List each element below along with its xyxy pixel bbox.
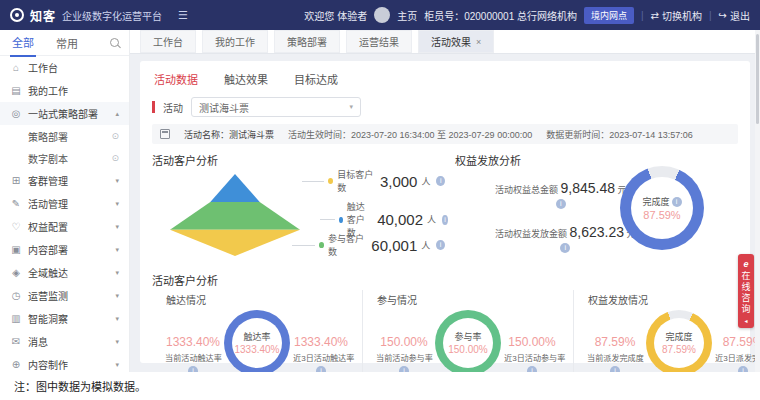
current-participation-rate: 150.00% 当前活动参与率 i [373,335,435,372]
note-row: 注：图中数据为模拟数据。 [0,372,760,400]
tab-strategy-deploy[interactable]: 策略部署 [274,30,340,53]
vertical-scrollbar[interactable] [755,30,760,372]
stat-label: 活动权益发放金额 [495,229,570,239]
section-title: 权益发放情况 [588,292,760,307]
metric-sections: 触达情况 1333.40% 当前活动触达率 i 触达率 [152,290,738,372]
chevron-down-icon: ▾ [115,292,119,300]
chevron-down-icon: ▾ [115,200,119,208]
legend-value: 60,001 [371,237,417,254]
legend-value: 3,000 [380,173,418,190]
target-icon: ◎ [10,108,22,119]
scrollbar-thumb[interactable] [756,34,759,124]
info-icon[interactable]: i [436,176,445,186]
info-icon[interactable]: i [188,366,198,372]
logout-button[interactable]: ↪ 退出 [719,8,750,23]
sidebar-item-label: 全域触达 [28,265,68,280]
sidebar-item-activity-mgmt[interactable]: ✎ 活动管理 ▾ [0,192,129,215]
legend-dot [339,217,343,223]
navbar-left: 知客 企业级数字化运营平台 ☰ [10,7,188,24]
switch-org-button[interactable]: ⇄ 切换机构 [651,8,702,23]
chevron-down-icon: ▾ [115,269,119,277]
sidebar-item-insight[interactable]: ▥ 智能洞察 ▾ [0,307,129,330]
sidebar-item-messages[interactable]: ✉ 消息 ▾ [0,330,129,353]
sidebar-item-content-deploy[interactable]: ▣ 内容部署 ▾ [0,238,129,261]
sub-tabs: 活动数据 触达效果 目标达成 [152,67,738,95]
switch-org-label: 切换机构 [662,8,702,23]
info-icon[interactable]: i [436,240,445,250]
branch-badge[interactable]: 境内网点 [584,7,634,24]
sidebar: 全部 常用 ⌂ 工作台 ▤ 我的工作 ◎ 一站式策略部署 ▴ [0,30,130,372]
sidebar-subitem-label: 策略部署 [28,129,68,144]
home-icon: ⌂ [10,62,22,73]
info-icon[interactable]: i [738,366,748,372]
subtab-reach-effect[interactable]: 触达效果 [224,71,268,87]
info-icon[interactable]: i [316,366,326,372]
donut-label: 参与率 [454,330,481,343]
sidebar-tab-frequent[interactable]: 常用 [54,30,80,56]
sidebar-item-label: 活动管理 [28,196,68,211]
info-icon[interactable]: i [527,366,537,372]
consult-logo-icon: e [743,259,748,269]
section-title: 参与情况 [377,292,567,307]
sidebar-item-workbench[interactable]: ⌂ 工作台 [0,56,129,79]
gear-icon[interactable]: ⊙ [111,153,119,163]
close-icon[interactable]: × [476,37,481,47]
recent-reach-rate: 1333.40% 近3日活动触达率 i [290,335,352,372]
sidebar-item-customer-groups[interactable]: ⊞ 客群管理 ▾ [0,169,129,192]
donut-value: 87.59% [643,209,680,221]
chevron-down-icon: ▾ [115,361,119,369]
tab-activity-effect[interactable]: 活动效果 × [418,30,494,53]
sidebar-item-label: 权益配置 [28,219,68,234]
legend-connector [302,181,324,182]
legend-unit: 人 [421,175,430,188]
sidebar-item-my-work[interactable]: ▤ 我的工作 [0,79,129,102]
info-icon[interactable]: i [672,197,682,207]
chevron-down-icon: ▾ [115,177,119,185]
completion-rate-donut-chart: 完成度 87.59% [646,310,712,373]
brand-logo-icon [10,8,24,22]
donut-value: 87.59% [662,344,696,355]
tab-workbench[interactable]: 工作台 [140,30,196,53]
chevron-down-icon: ▾ [349,103,353,111]
simulated-data-note: 注：图中数据为模拟数据。 [14,378,146,394]
subtab-activity-data[interactable]: 活动数据 [154,71,198,87]
sidebar-item-ops-monitor[interactable]: ◷ 运营监测 ▾ [0,284,129,307]
sidebar-tab-all[interactable]: 全部 [10,30,36,57]
sidebar-item-content-create[interactable]: ⊕ 内容制作 ▾ [0,353,129,372]
customer-funnel-chart [170,174,300,256]
legend-connector [292,245,315,246]
info-icon[interactable]: i [560,243,570,253]
sidebar-item-strategy-deploy[interactable]: ◎ 一站式策略部署 ▴ [0,102,129,125]
info-icon[interactable]: i [399,366,409,372]
activity-effect-card: 活动数据 触达效果 目标达成 活动 测试海斗票 ▾ 活动名称：测试海斗票 活动生… [140,61,750,363]
online-consult-button[interactable]: e 在线咨询 ◂ [738,254,754,328]
sidebar-item-label: 一站式策略部署 [28,106,98,121]
platform-subtitle: 企业级数字化运营平台 [62,8,162,23]
search-icon[interactable] [110,38,119,47]
sidebar-item-omni-reach[interactable]: ◈ 全域触达 ▾ [0,261,129,284]
tab-my-work[interactable]: 我的工作 [202,30,268,53]
customer-analysis-bottom-panel: 活动客户分析 触达情况 1333.40% 当前活动触达率 i [152,272,738,372]
tab-label: 活动效果 [431,34,471,49]
collapse-menu-icon[interactable]: ☰ [178,9,188,22]
sidebar-item-label: 工作台 [28,60,58,75]
heart-icon: ♡ [10,221,22,232]
gear-icon[interactable]: ⊙ [111,131,119,141]
sidebar-subitem-digital-script[interactable]: 数字剧本 ⊙ [0,147,129,169]
plus-circle-icon: ⊕ [10,359,22,370]
current-completion-rate: 87.59% 当前派发完成度 i [584,335,646,372]
sidebar-subitem-strategy-deploy[interactable]: 策略部署 ⊙ [0,125,129,147]
info-icon[interactable]: i [556,199,566,209]
info-icon[interactable]: i [610,366,620,372]
filter-row: 活动 测试海斗票 ▾ [152,95,738,124]
home-link[interactable]: 主页 [397,8,417,23]
activity-select[interactable]: 测试海斗票 ▾ [191,97,361,117]
donut-value: 150.00% [448,344,487,355]
tab-operation-result[interactable]: 运营结果 [346,30,412,53]
consult-label: 在线咨询 [740,271,753,315]
user-avatar[interactable] [374,7,390,23]
divider: | [641,10,644,21]
subtab-goal-achievement[interactable]: 目标达成 [294,71,338,87]
activity-time: 活动生效时间：2023-07-20 16:34:00 至 2023-07-29 … [288,128,532,141]
sidebar-item-rights-config[interactable]: ♡ 权益配置 ▾ [0,215,129,238]
